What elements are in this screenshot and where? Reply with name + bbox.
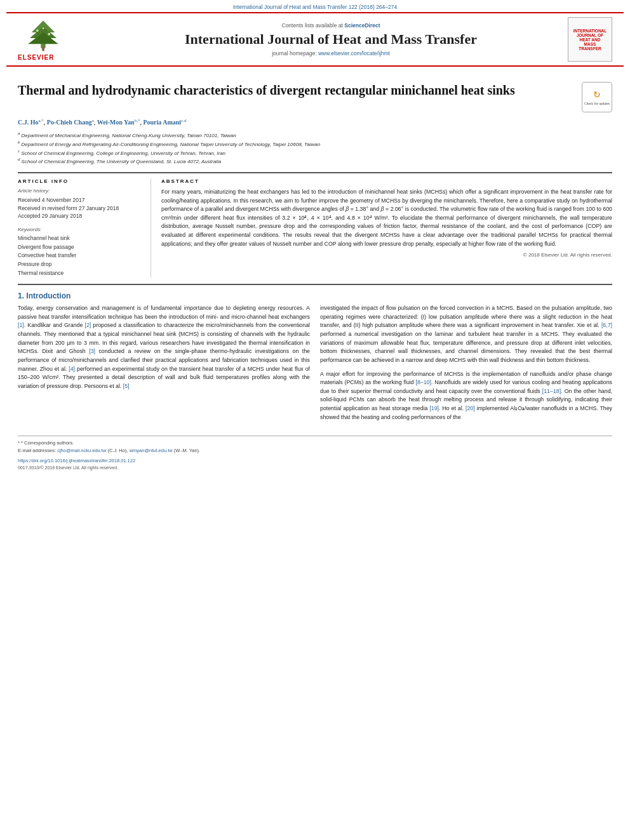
top-citation-bar: International Journal of Heat and Mass T…	[0, 0, 630, 12]
main-content: Thermal and hydrodynamic characteristics…	[0, 67, 630, 477]
ref-19[interactable]: [19]	[429, 405, 439, 411]
elsevier-logo: ELSEVIER	[18, 18, 107, 61]
abstract-label: ABSTRACT	[161, 178, 612, 184]
keywords-label: Keywords:	[18, 227, 143, 232]
elsevier-tree-icon	[18, 18, 69, 53]
history-revised: Received in revised form 27 January 2018	[18, 204, 143, 213]
affil-b-sup: b	[18, 140, 20, 144]
section-divider	[18, 284, 612, 285]
intro-para-right-1: investigated the impact of flow pulsatio…	[320, 304, 612, 364]
journal-header: ELSEVIER Contents lists available at Sci…	[6, 12, 624, 67]
keyword-3: Convective heat transfer	[18, 251, 143, 260]
keyword-2: Divergent flow passage	[18, 243, 143, 252]
check-updates-badge: ↻ Check for updates	[582, 82, 612, 112]
elsevier-label: ELSEVIER	[18, 54, 54, 61]
journal-title: International Journal of Heat and Mass T…	[107, 31, 555, 48]
journal-title-section: Contents lists available at ScienceDirec…	[107, 22, 555, 57]
article-title: Thermal and hydrodynamic characteristics…	[18, 82, 575, 98]
intro-para-right-2: A major effort for improving the perform…	[320, 370, 612, 422]
ref-5[interactable]: [5]	[123, 383, 130, 389]
author-chang[interactable]: Po-Chieh Chang	[47, 119, 92, 126]
svg-rect-1	[42, 47, 44, 51]
author-amani[interactable]: Pouria Amani	[143, 119, 181, 126]
affiliations: a Department of Mechanical Engineering, …	[18, 131, 612, 166]
article-info-label: ARTICLE INFO	[18, 178, 143, 184]
doi-section: https://doi.org/10.1016/j.ijheatmasstran…	[18, 457, 612, 463]
intro-para-1: Today, energy conservation and managemen…	[18, 304, 310, 390]
body-two-col: Today, energy conservation and managemen…	[18, 304, 612, 427]
introduction-section: 1. Introduction Today, energy conservati…	[18, 291, 612, 427]
ref-6-7[interactable]: [6,7]	[601, 322, 612, 328]
ref-11-18[interactable]: [11–18]	[542, 388, 561, 394]
history-label: Article history:	[18, 188, 143, 194]
body-left-col: Today, energy conservation and managemen…	[18, 304, 310, 427]
ref-1[interactable]: [1]	[18, 322, 24, 328]
issn-line: 0017-9310/© 2018 Elsevier Ltd. All right…	[18, 465, 118, 470]
author-ho-sup: a,*	[39, 118, 44, 123]
author-yan-sup: b,*	[135, 118, 140, 123]
doi-link[interactable]: https://doi.org/10.1016/j.ijheatmasstran…	[18, 458, 135, 463]
ref-3[interactable]: [3]	[89, 348, 95, 354]
affil-a: a Department of Mechanical Engineering, …	[18, 131, 612, 140]
sciencedirect-prefix: Contents lists available at	[282, 22, 343, 29]
affil-d-sup: d	[18, 157, 20, 161]
affil-c: c School of Chemical Engineering, Colleg…	[18, 149, 612, 157]
body-right-col: investigated the impact of flow pulsatio…	[320, 304, 612, 427]
journal-logo-box: INTERNATIONALJOURNAL OFHEAT ANDMASSTRANS…	[568, 17, 612, 62]
ref-2[interactable]: [2]	[84, 322, 91, 328]
section-title-text: Introduction	[26, 291, 70, 300]
article-title-section: Thermal and hydrodynamic characteristics…	[18, 82, 612, 112]
email-label: E-mail addresses:	[18, 448, 56, 453]
footnote-section: * * Corresponding authors. E-mail addres…	[18, 436, 612, 470]
history-received: Received 4 November 2017	[18, 196, 143, 204]
section-number: 1.	[18, 291, 24, 300]
article-info-col: ARTICLE INFO Article history: Received 4…	[18, 178, 151, 277]
affil-c-sup: c	[18, 149, 20, 153]
svg-point-5	[36, 29, 39, 32]
section-title: 1. Introduction	[18, 291, 612, 300]
check-updates-label: Check for updates	[584, 102, 610, 105]
elsevier-logo-section: ELSEVIER	[18, 18, 107, 61]
affil-d: d School of Chemical Engineering, The Un…	[18, 157, 612, 166]
svg-point-7	[43, 27, 44, 29]
page: International Journal of Heat and Mass T…	[0, 0, 630, 840]
corresponding-note: * * Corresponding authors.	[18, 439, 612, 446]
ref-8-10[interactable]: [8–10]	[415, 379, 431, 385]
author-amani-sup: c,d	[181, 118, 186, 123]
sciencedirect-link[interactable]: ScienceDirect	[344, 22, 380, 29]
author-chang-sup: a	[92, 118, 94, 123]
ref-4[interactable]: [4]	[69, 366, 75, 372]
abstract-col: ABSTRACT For many years, miniaturizing t…	[161, 178, 612, 277]
copyright-line: © 2018 Elsevier Ltd. All rights reserved…	[161, 252, 612, 258]
keyword-5: Thermal resistance	[18, 269, 143, 278]
email-note: E-mail addresses: cjho@mail.ncku.edu.tw …	[18, 447, 612, 454]
keyword-4: Pressure drop	[18, 260, 143, 269]
corresponding-label: * Corresponding authors.	[21, 440, 74, 446]
keyword-1: Minichannel heat sink	[18, 234, 143, 243]
affil-b: b Department of Energy and Refrigerating…	[18, 140, 612, 149]
homepage-link[interactable]: www.elsevier.com/locate/ijhmt	[318, 50, 390, 57]
keywords-section: Keywords: Minichannel heat sink Divergen…	[18, 227, 143, 277]
info-abstract-section: ARTICLE INFO Article history: Received 4…	[18, 172, 612, 277]
affil-a-sup: a	[18, 131, 20, 135]
authors-line: C.J. Hoa,*, Po-Chieh Changa, Wei-Mon Yan…	[18, 117, 612, 127]
citation-text: International Journal of Heat and Mass T…	[233, 4, 397, 10]
check-updates-icon: ↻	[593, 90, 601, 100]
journal-logo-right: INTERNATIONALJOURNAL OFHEAT ANDMASSTRANS…	[555, 17, 612, 62]
ref-20[interactable]: [20]	[466, 405, 475, 411]
journal-homepage: journal homepage: www.elsevier.com/locat…	[107, 50, 555, 57]
issn-text: 0017-9310/© 2018 Elsevier Ltd. All right…	[18, 463, 612, 470]
history-accepted: Accepted 29 January 2018	[18, 212, 143, 220]
author-yan[interactable]: Wei-Mon Yan	[97, 119, 135, 126]
email-link-yan[interactable]: wmyan@ntut.edu.tw	[130, 448, 173, 453]
abstract-text: For many years, miniaturizing the heat e…	[161, 188, 612, 248]
logo-top-line: INTERNATIONALJOURNAL OFHEAT ANDMASSTRANS…	[573, 29, 607, 51]
email-link-ho[interactable]: cjho@mail.ncku.edu.tw	[57, 448, 106, 453]
author-ho[interactable]: C.J. Ho	[18, 119, 39, 126]
svg-point-6	[48, 33, 50, 36]
sciencedirect-line: Contents lists available at ScienceDirec…	[107, 22, 555, 29]
